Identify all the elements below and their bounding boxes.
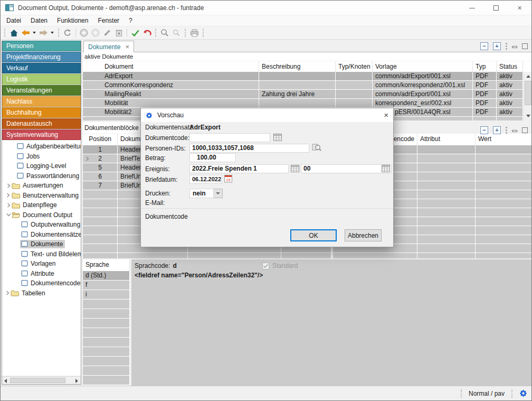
tree-item-tabellen[interactable]: Tabellen xyxy=(2,288,81,299)
tree-item-dokumentensaetze[interactable]: Dokumentensätze xyxy=(2,230,81,240)
tree-item-datenpflege[interactable]: Datenpflege xyxy=(2,200,81,210)
module-nachlass[interactable]: Nachlass xyxy=(2,96,81,107)
table-row[interactable]: Mobilitätkorrespondenz_esr/002.xslPDFakt… xyxy=(83,99,532,108)
table-row[interactable]: d (Std.) xyxy=(83,271,130,281)
menu-help[interactable]: ? xyxy=(124,16,137,25)
dialog-close-icon[interactable]: × xyxy=(384,110,388,119)
refresh-button[interactable] xyxy=(62,27,73,38)
column-beschreibung[interactable]: Beschreibung xyxy=(259,61,336,72)
chevron-down-icon[interactable] xyxy=(6,213,11,217)
chevron-right-icon[interactable] xyxy=(6,193,10,198)
cancel-button[interactable]: Abbrechen xyxy=(345,229,382,241)
standard-checkbox[interactable] xyxy=(262,263,269,269)
undo-button[interactable] xyxy=(141,27,152,38)
module-buchhaltung[interactable]: Buchhaltung xyxy=(2,107,81,118)
collapse-all-icon[interactable]: − xyxy=(480,42,488,50)
scrollbar-thumb[interactable] xyxy=(10,378,65,383)
column-vorlage[interactable]: Vorlage xyxy=(373,61,473,72)
ok-button[interactable]: OK xyxy=(290,229,337,241)
minimize-button[interactable] xyxy=(460,1,484,15)
menu-fenster[interactable]: Fenster xyxy=(93,16,124,25)
module-datenaustausch[interactable]: Datenaustausch xyxy=(2,118,81,129)
betrag-input[interactable]: 100.00 xyxy=(189,153,236,162)
menu-funktionen[interactable]: Funktionen xyxy=(52,16,93,25)
row-expander-icon[interactable] xyxy=(86,155,89,163)
tree-item-attribute[interactable]: Attribute xyxy=(2,269,81,279)
scroll-right-icon[interactable] xyxy=(75,379,78,383)
home-button[interactable] xyxy=(8,27,19,38)
tab-dokumente[interactable]: Dokumente× xyxy=(83,41,134,52)
table-row[interactable]: CommonKorrespondenzcommon/korrespondenz/… xyxy=(83,81,532,90)
expand-all-icon[interactable]: + xyxy=(493,42,501,50)
back-dropdown[interactable] xyxy=(33,32,36,34)
lookup-grid-icon[interactable] xyxy=(291,165,299,174)
tab-close-icon[interactable]: × xyxy=(125,43,129,50)
table-row[interactable]: f xyxy=(83,281,130,290)
tree-item-auswertungen[interactable]: Auswertungen xyxy=(2,181,81,191)
tree-item-aufgabenbearbeitung[interactable]: Aufgabenbearbeitung xyxy=(2,142,81,152)
lookup-grid-icon[interactable] xyxy=(382,165,390,174)
column-wert[interactable]: Wert xyxy=(476,134,532,145)
tree-item-outputverwaltung[interactable]: Outputverwaltung xyxy=(2,220,81,230)
settings-gear-icon[interactable] xyxy=(519,389,527,397)
tree-item-dokumente[interactable]: Dokumente xyxy=(2,239,81,249)
menu-datei[interactable]: Datei xyxy=(2,16,26,25)
column-sprache[interactable]: ^Sprache xyxy=(83,259,130,271)
drucken-select[interactable]: nein xyxy=(189,189,223,198)
ereignis-sub-input[interactable]: 00 xyxy=(301,164,392,173)
documents-vertical-scrollbar[interactable] xyxy=(523,72,532,120)
module-verkauf[interactable]: Verkauf xyxy=(2,63,81,73)
column-typ-knoten[interactable]: Typ/Knoten xyxy=(336,61,373,72)
person-lookup-icon[interactable] xyxy=(312,143,321,153)
dokumentcode-input[interactable] xyxy=(189,133,270,142)
tree-item-document-output[interactable]: Document Output xyxy=(2,210,81,220)
column-status[interactable]: Status xyxy=(497,61,523,72)
search-secondary-button[interactable] xyxy=(171,27,182,38)
expand-all-icon[interactable]: + xyxy=(493,126,501,134)
module-projektfinanzierung[interactable]: Projektfinanzierung xyxy=(2,52,81,62)
edit-button[interactable] xyxy=(102,27,112,38)
collapse-all-icon[interactable]: − xyxy=(480,126,488,134)
tree-item-benutzerverwaltung[interactable]: Benutzerverwaltung xyxy=(2,191,81,201)
column-dokument[interactable]: ^Dokument xyxy=(83,61,259,72)
tree-item-text-und-bildelemente[interactable]: Text- und Bildelemente xyxy=(2,249,81,259)
column-typ[interactable]: Typ xyxy=(473,61,497,72)
print-button[interactable] xyxy=(189,27,200,38)
lookup-grid-icon[interactable] xyxy=(273,134,282,143)
tree-horizontal-scrollbar[interactable] xyxy=(2,376,81,384)
briefdatum-input[interactable]: 06.12.2022 xyxy=(189,175,222,184)
scroll-up-icon[interactable] xyxy=(524,72,532,80)
column-attribut[interactable]: ^Attribut xyxy=(417,134,476,145)
ereignis-input[interactable]: 2022.Freie Spenden 1 xyxy=(189,164,289,173)
pane-minimize-icon[interactable] xyxy=(512,46,517,48)
add-secondary-button[interactable] xyxy=(90,27,101,38)
module-systemverwaltung[interactable]: Systemverwaltung xyxy=(2,129,81,140)
personen-ids-input[interactable]: 1000,1033,1057,1068 xyxy=(189,144,309,153)
pane-minimize-icon[interactable] xyxy=(512,130,517,132)
chevron-down-icon[interactable] xyxy=(214,189,223,198)
chevron-right-icon[interactable] xyxy=(6,291,10,295)
table-row[interactable]: MailingReaktZahlung drei Jahrecommon/adr… xyxy=(83,90,532,99)
module-veranstaltungen[interactable]: Veranstaltungen xyxy=(2,85,81,96)
module-personen[interactable]: Personen xyxy=(2,41,81,51)
tree-item-dokumentencodes[interactable]: Dokumentencodes xyxy=(2,278,81,288)
tree-item-vorlagen[interactable]: Vorlagen xyxy=(2,259,81,269)
scroll-left-icon[interactable] xyxy=(4,379,7,383)
scrollbar-thumb[interactable] xyxy=(525,81,531,105)
tree-item-passwortaenderung[interactable]: Passwortänderung xyxy=(2,171,81,181)
scroll-down-icon[interactable] xyxy=(524,112,532,120)
pane-menu-icon[interactable] xyxy=(506,127,507,134)
close-button[interactable]: × xyxy=(508,1,531,15)
table-row[interactable]: i xyxy=(83,290,130,300)
forward-button[interactable] xyxy=(38,27,49,38)
menu-daten[interactable]: Daten xyxy=(26,16,52,25)
table-row[interactable]: AdrExportcommon/adrExport/001.xslPDFakti… xyxy=(83,72,532,81)
forward-dropdown[interactable] xyxy=(51,32,54,34)
chevron-right-icon[interactable] xyxy=(7,183,11,188)
column-position[interactable]: ^Position xyxy=(83,134,118,145)
confirm-button[interactable] xyxy=(130,27,140,38)
fieldref-content[interactable]: <fieldref name="Person/AdressZeilen32"/> xyxy=(135,272,529,279)
calendar-icon[interactable]: 15 xyxy=(224,174,232,184)
tree-item-jobs[interactable]: Jobs xyxy=(2,152,81,162)
module-logistik[interactable]: Logistik xyxy=(2,74,81,85)
